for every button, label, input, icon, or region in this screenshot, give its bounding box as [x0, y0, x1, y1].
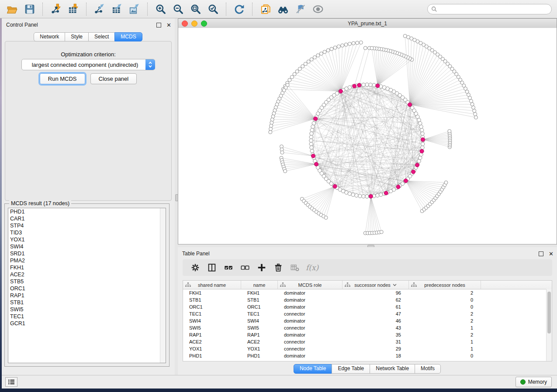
delete-columns-button[interactable]: [272, 261, 285, 274]
network-node[interactable]: [310, 132, 313, 135]
network-node[interactable]: [421, 142, 425, 146]
network-node[interactable]: [356, 41, 359, 45]
export-table-button[interactable]: [110, 2, 125, 16]
open-file-button[interactable]: [5, 2, 20, 16]
float-panel-icon[interactable]: [156, 23, 161, 28]
network-node[interactable]: [310, 128, 314, 132]
network-graph[interactable]: [178, 28, 557, 244]
network-node[interactable]: [284, 169, 287, 173]
network-node[interactable]: [363, 46, 367, 50]
mcds-result-item[interactable]: STP4: [8, 222, 166, 229]
network-node[interactable]: [419, 125, 423, 128]
import-table-button[interactable]: [66, 2, 81, 16]
network-node[interactable]: [309, 142, 313, 146]
float-panel-icon[interactable]: [539, 251, 543, 256]
column-header-shared-name[interactable]: shared name: [183, 281, 241, 289]
network-node[interactable]: [421, 138, 425, 141]
column-layout-button[interactable]: [205, 261, 218, 274]
network-node[interactable]: [415, 163, 419, 167]
network-node[interactable]: [372, 83, 376, 87]
network-node[interactable]: [362, 195, 365, 198]
network-node[interactable]: [301, 65, 304, 68]
zoom-in-button[interactable]: [153, 2, 168, 16]
network-node[interactable]: [333, 46, 337, 49]
network-node[interactable]: [382, 86, 386, 89]
save-session-button[interactable]: [22, 2, 37, 16]
network-node[interactable]: [339, 89, 343, 93]
zoom-out-button[interactable]: [171, 2, 186, 16]
network-node[interactable]: [330, 47, 333, 51]
scrollbar-thumb[interactable]: [547, 292, 551, 334]
run-mcds-button[interactable]: Run MCDS: [40, 73, 85, 84]
network-node[interactable]: [290, 76, 294, 79]
network-node[interactable]: [376, 194, 379, 197]
network-node[interactable]: [419, 156, 422, 159]
network-node[interactable]: [473, 109, 476, 113]
network-node[interactable]: [316, 54, 320, 57]
network-node[interactable]: [469, 100, 473, 103]
network-node[interactable]: [420, 128, 424, 132]
network-node[interactable]: [370, 46, 374, 50]
network-node[interactable]: [421, 146, 424, 149]
table-row[interactable]: PHD1PHD1dominator180: [183, 352, 552, 359]
network-node[interactable]: [348, 192, 351, 196]
network-node[interactable]: [474, 112, 477, 116]
tab-motifs[interactable]: Motifs: [415, 364, 441, 374]
network-node[interactable]: [309, 139, 313, 142]
network-node[interactable]: [313, 55, 316, 59]
refresh-button[interactable]: [232, 2, 247, 16]
mcds-result-item[interactable]: STB5: [8, 278, 166, 285]
tab-node-table[interactable]: Node Table: [294, 364, 332, 374]
close-panel-button[interactable]: Close panel: [90, 73, 137, 84]
network-node[interactable]: [293, 72, 296, 76]
network-node[interactable]: [344, 43, 348, 46]
mcds-result-item[interactable]: CAR1: [8, 215, 166, 222]
network-node[interactable]: [412, 170, 415, 174]
hide-graphics-details-button[interactable]: [293, 2, 308, 16]
first-neighbors-button[interactable]: [276, 2, 291, 16]
close-panel-icon[interactable]: ✕: [166, 22, 171, 28]
network-node[interactable]: [369, 83, 372, 86]
network-node[interactable]: [420, 149, 424, 153]
table-row[interactable]: RAP1RAP1dominator352: [183, 331, 552, 338]
network-node[interactable]: [341, 44, 344, 47]
network-node[interactable]: [311, 154, 315, 158]
column-header-successor-nodes[interactable]: successor nodes: [343, 281, 409, 289]
network-node[interactable]: [270, 124, 273, 127]
optimization-criterion-select[interactable]: largest connected component (undirected): [21, 59, 155, 70]
network-node[interactable]: [355, 194, 358, 197]
table-row[interactable]: ACE2ACE2connector311: [183, 338, 552, 345]
deselect-all-rows-button[interactable]: [239, 261, 252, 274]
tab-edge-table[interactable]: Edge Table: [332, 364, 370, 374]
table-settings-button[interactable]: [189, 261, 202, 274]
mcds-result-item[interactable]: PHD1: [8, 208, 166, 215]
network-node[interactable]: [352, 41, 355, 45]
network-node[interactable]: [365, 195, 369, 198]
mcds-result-item[interactable]: SWI5: [8, 306, 166, 313]
network-node[interactable]: [309, 135, 313, 139]
network-node[interactable]: [298, 67, 301, 71]
table-row[interactable]: SWI5SWI5connector431: [183, 324, 552, 331]
table-row[interactable]: YOX1YOX1connector291: [183, 345, 552, 352]
network-node[interactable]: [312, 121, 315, 125]
import-network-button[interactable]: [48, 2, 63, 16]
select-all-rows-button[interactable]: [222, 261, 235, 274]
mcds-result-item[interactable]: SRD1: [8, 250, 166, 257]
network-node[interactable]: [365, 83, 369, 86]
table-scrollbar[interactable]: [546, 289, 552, 361]
create-column-button[interactable]: [255, 261, 268, 274]
network-node[interactable]: [323, 50, 326, 54]
mcds-list-scrollbar[interactable]: [160, 208, 166, 363]
mcds-result-item[interactable]: STB1: [8, 299, 166, 306]
export-image-button[interactable]: [127, 2, 142, 16]
network-node[interactable]: [384, 191, 388, 195]
mcds-result-item[interactable]: ORC1: [8, 285, 166, 292]
column-header-MCDS-role[interactable]: MCDS role: [278, 281, 343, 289]
network-node[interactable]: [269, 131, 272, 134]
network-node[interactable]: [353, 84, 356, 88]
network-node[interactable]: [396, 185, 400, 189]
network-documents-button[interactable]: [258, 2, 273, 16]
network-node[interactable]: [474, 116, 477, 119]
table-row[interactable]: ORC1ORC1dominator610: [183, 303, 552, 310]
mcds-result-item[interactable]: FKH1: [8, 264, 166, 271]
